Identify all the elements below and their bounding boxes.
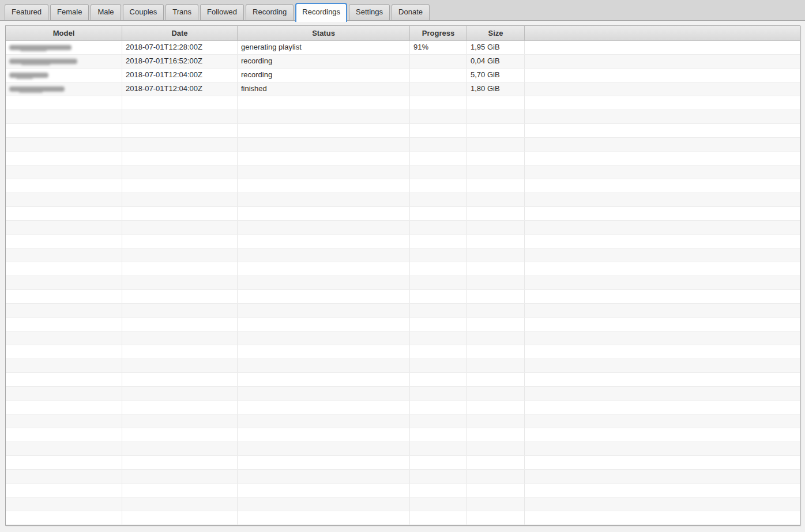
cell-date — [122, 152, 238, 165]
cell-model — [6, 179, 122, 193]
table-row[interactable]: 2018-07-01T12:28:00Zgenerating playlist9… — [6, 41, 800, 55]
tab-donate[interactable]: Donate — [392, 4, 430, 20]
cell-filler — [525, 414, 800, 428]
table-row[interactable]: 2018-07-01T16:52:00Zrecording0,04 GiB — [6, 55, 800, 69]
table-row-empty — [6, 96, 800, 110]
cell-size — [467, 110, 525, 123]
cell-date — [122, 262, 238, 276]
cell-date — [122, 456, 238, 469]
cell-size — [467, 359, 525, 372]
cell-status — [238, 124, 410, 137]
cell-model — [6, 138, 122, 151]
cell-size — [467, 152, 525, 165]
cell-date — [122, 221, 238, 234]
cell-status: recording — [238, 69, 410, 82]
cell-date — [122, 401, 238, 414]
redacted-model-name — [9, 86, 65, 92]
cell-filler — [525, 138, 800, 151]
tab-trans[interactable]: Trans — [165, 4, 198, 20]
cell-progress — [410, 387, 467, 400]
cell-model — [6, 193, 122, 206]
cell-progress — [410, 401, 467, 414]
column-header-filler[interactable] — [525, 26, 800, 41]
redacted-model-name — [9, 45, 72, 50]
cell-model — [6, 262, 122, 276]
table-row-empty — [6, 401, 800, 414]
cell-filler — [525, 456, 800, 469]
table-row[interactable]: 2018-07-01T12:04:00Zfinished1,80 GiB — [6, 82, 800, 96]
table-header-row: ModelDateStatusProgressSize — [6, 26, 800, 41]
table-row-empty — [6, 484, 800, 497]
cell-filler — [525, 82, 800, 96]
cell-progress — [410, 248, 467, 262]
cell-progress — [410, 373, 467, 386]
cell-size — [467, 124, 525, 137]
cell-status — [238, 248, 410, 262]
table-row[interactable]: 2018-07-01T12:04:00Zrecording5,70 GiB — [6, 69, 800, 82]
cell-model — [6, 456, 122, 469]
table-row-empty — [6, 152, 800, 165]
cell-date — [122, 138, 238, 151]
cell-status — [238, 387, 410, 400]
cell-status — [238, 442, 410, 455]
table-row-empty — [6, 511, 800, 525]
cell-progress — [410, 235, 467, 248]
cell-filler — [525, 304, 800, 317]
cell-status — [238, 359, 410, 372]
column-header-progress[interactable]: Progress — [410, 26, 467, 41]
cell-model — [6, 442, 122, 455]
cell-status — [238, 235, 410, 248]
cell-status: recording — [238, 55, 410, 68]
cell-date — [122, 414, 238, 428]
cell-status — [238, 401, 410, 414]
cell-size — [467, 373, 525, 386]
cell-progress — [410, 179, 467, 193]
cell-date: 2018-07-01T12:04:00Z — [122, 69, 238, 82]
cell-status — [238, 207, 410, 220]
tab-recordings[interactable]: Recordings — [295, 3, 347, 22]
cell-model — [6, 387, 122, 400]
cell-model — [6, 248, 122, 262]
cell-date — [122, 345, 238, 359]
cell-size — [467, 456, 525, 469]
cell-date — [122, 124, 238, 137]
cell-date — [122, 484, 238, 497]
table-row-empty — [6, 442, 800, 456]
column-header-date[interactable]: Date — [122, 26, 238, 41]
column-header-status[interactable]: Status — [238, 26, 410, 41]
cell-progress — [410, 470, 467, 483]
cell-size — [467, 221, 525, 234]
table-row-empty — [6, 387, 800, 401]
cell-progress — [410, 345, 467, 359]
cell-model — [6, 124, 122, 137]
table-row-empty — [6, 110, 800, 124]
tab-couples[interactable]: Couples — [123, 4, 164, 20]
cell-size — [467, 497, 525, 511]
table-row-empty — [6, 193, 800, 207]
cell-date — [122, 193, 238, 206]
cell-model — [6, 152, 122, 165]
tab-settings[interactable]: Settings — [349, 4, 390, 20]
cell-status: finished — [238, 82, 410, 96]
tab-recording[interactable]: Recording — [246, 4, 294, 20]
cell-size — [467, 484, 525, 497]
tab-male[interactable]: Male — [91, 4, 121, 20]
cell-model — [6, 96, 122, 110]
cell-size — [467, 470, 525, 483]
redacted-model-name-smear — [21, 63, 50, 65]
cell-progress — [410, 318, 467, 331]
tab-followed[interactable]: Followed — [200, 4, 244, 20]
table-row-empty — [6, 235, 800, 248]
redacted-model-name-smear — [20, 50, 46, 51]
tab-female[interactable]: Female — [50, 4, 89, 20]
redacted-model-name-smear — [19, 91, 42, 93]
cell-filler — [525, 41, 800, 54]
tab-featured[interactable]: Featured — [5, 4, 48, 20]
column-header-size[interactable]: Size — [467, 26, 525, 41]
redacted-model-name — [9, 59, 77, 64]
column-header-model[interactable]: Model — [6, 26, 122, 41]
cell-progress — [410, 110, 467, 123]
cell-progress — [410, 511, 467, 525]
cell-filler — [525, 497, 800, 511]
cell-progress — [410, 290, 467, 303]
